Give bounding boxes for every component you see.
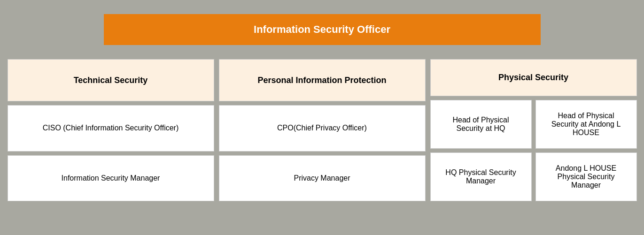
physical-security-column: Physical Security Head of Physical Secur…: [430, 59, 637, 201]
physical-andong-head: Head of Physical Security at Andong L HO…: [535, 100, 637, 149]
physical-security-row-2: HQ Physical Security Manager Andong L HO…: [430, 152, 637, 201]
physical-hq-manager: HQ Physical Security Manager: [430, 152, 532, 201]
technical-security-header: Technical Security: [8, 59, 214, 101]
physical-security-header: Physical Security: [430, 59, 637, 96]
iso-title-box: Information Security Officer: [104, 14, 541, 45]
pip-row-2: Privacy Manager: [219, 155, 426, 202]
org-chart-grid: Technical Security CISO (Chief Informati…: [0, 59, 644, 211]
physical-andong-manager: Andong L HOUSE Physical Security Manager: [535, 152, 637, 201]
pip-row-1: CPO(Chief Privacy Officer): [219, 105, 426, 152]
physical-hq-head: Head of Physical Security at HQ: [430, 100, 532, 149]
pip-header: Personal Information Protection: [219, 59, 426, 101]
technical-security-column: Technical Security CISO (Chief Informati…: [8, 59, 214, 201]
physical-security-row-1: Head of Physical Security at HQ Head of …: [430, 100, 637, 149]
technical-security-row-1: CISO (Chief Information Security Officer…: [8, 105, 214, 152]
pip-column: Personal Information Protection CPO(Chie…: [219, 59, 426, 201]
technical-security-row-2: Information Security Manager: [8, 155, 214, 202]
